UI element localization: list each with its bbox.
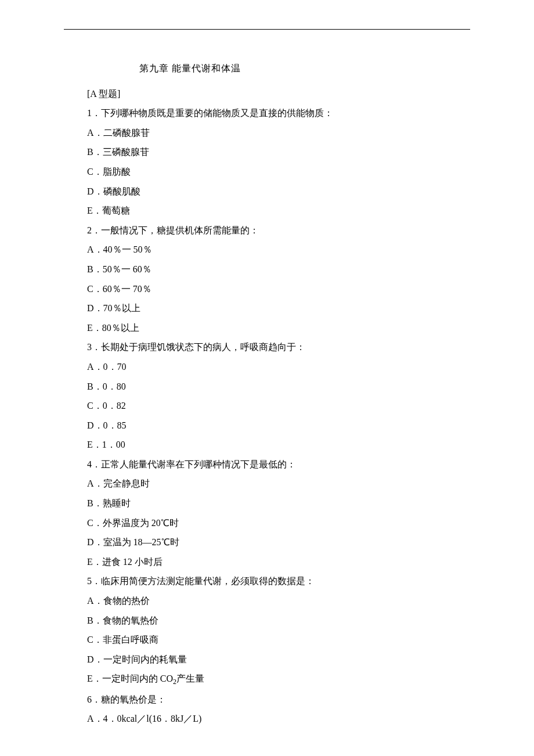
question-stem: 3．长期处于病理饥饿状态下的病人，呼吸商趋向于： (87, 337, 470, 357)
question-option: A．4．0kcal／l(16．8kJ／L) (87, 709, 470, 729)
question-option: D．室温为 18—25℃时 (87, 532, 470, 552)
question-option: A．食物的热价 (87, 591, 470, 611)
question-option: B．食物的氧热价 (87, 611, 470, 631)
question-option: A．完全静息时 (87, 474, 470, 494)
question-stem: 4．正常人能量代谢率在下列哪种情况下是最低的： (87, 455, 470, 474)
question-option: D．70％以上 (87, 298, 470, 318)
top-rule (64, 29, 470, 30)
questions-container: 1．下列哪种物质既是重要的储能物质又是直接的供能物质：A．二磷酸腺苷B．三磷酸腺… (64, 103, 470, 729)
question-option: D．磷酸肌酸 (87, 182, 470, 201)
question-stem: 5．临床用简便方法测定能量代谢，必须取得的数据是： (87, 571, 470, 591)
question-option: E．1．00 (87, 435, 470, 455)
question-option: B．0．80 (87, 377, 470, 397)
question-stem: 2．一般情况下，糖提供机体所需能量的： (87, 221, 470, 240)
question-option: C．外界温度为 20℃时 (87, 513, 470, 533)
question-stem: 1．下列哪种物质既是重要的储能物质又是直接的供能物质： (87, 103, 470, 123)
question-option: E．进食 12 小时后 (87, 552, 470, 572)
question-option: E．80％以上 (87, 318, 470, 338)
question-option: A．0．70 (87, 357, 470, 377)
question-option: A．二磷酸腺苷 (87, 123, 470, 143)
question-option: B．熟睡时 (87, 494, 470, 513)
question-option: B．三磷酸腺苷 (87, 142, 470, 162)
question-option: C．脂肪酸 (87, 162, 470, 182)
question-option: E．葡萄糖 (87, 201, 470, 221)
question-option: D．一定时间内的耗氧量 (87, 650, 470, 669)
section-label: [A 型题] (87, 84, 470, 104)
question-option: B．50％一 60％ (87, 260, 470, 279)
document-page: 第九章 能量代谢和体温 [A 型题] 1．下列哪种物质既是重要的储能物质又是直接… (0, 0, 534, 756)
question-option: C．非蛋白呼吸商 (87, 630, 470, 650)
question-option: D．0．85 (87, 416, 470, 435)
question-stem: 6．糖的氧热价是： (87, 690, 470, 710)
chapter-title: 第九章 能量代谢和体温 (64, 59, 470, 78)
question-option: A．40％一 50％ (87, 240, 470, 260)
question-option: C．0．82 (87, 396, 470, 416)
question-option: E．一定时间内的 CO2产生量 (87, 669, 470, 689)
question-option: C．60％一 70％ (87, 279, 470, 299)
